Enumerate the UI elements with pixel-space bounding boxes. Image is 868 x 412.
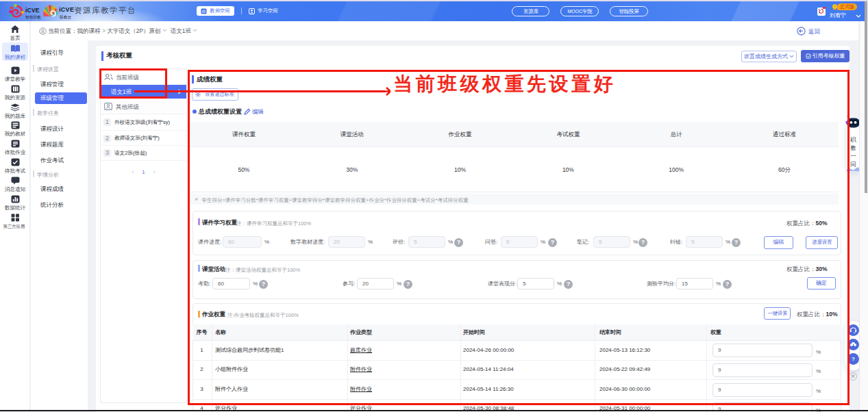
svg-text:师: 师 xyxy=(201,9,206,13)
